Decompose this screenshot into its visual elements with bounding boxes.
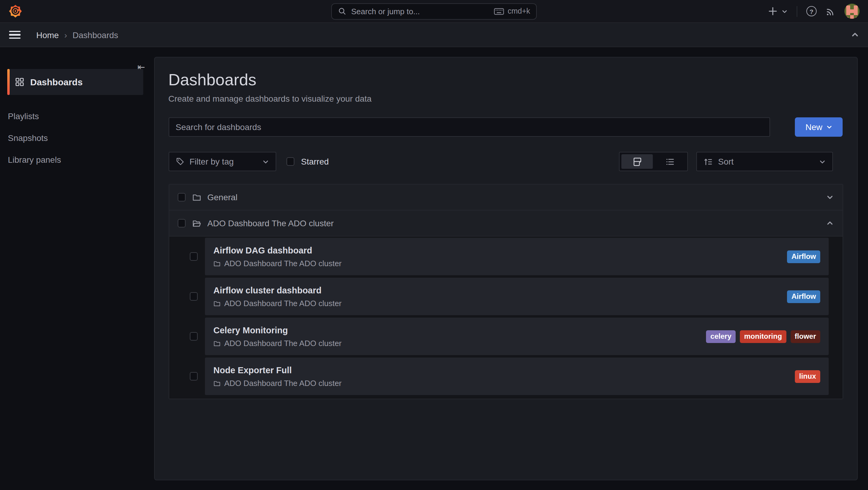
dashboard-tags: celerymonitoringflower — [706, 330, 820, 343]
chevron-down-icon — [262, 158, 269, 165]
top-bar: Search or jump to... cmd+k ? — [0, 0, 868, 22]
dashboard-tags: Airflow — [787, 290, 820, 303]
new-button[interactable]: New — [795, 117, 843, 137]
grafana-app: Search or jump to... cmd+k ? — [0, 0, 868, 490]
dashboards-page: Dashboards Create and manage dashboards … — [154, 57, 858, 480]
filter-by-tag-label: Filter by tag — [189, 157, 234, 166]
folder-checkbox[interactable] — [178, 193, 186, 201]
sort-icon — [704, 157, 713, 166]
page-title: Dashboards — [168, 69, 843, 90]
help-icon[interactable]: ? — [806, 6, 817, 16]
dashboard-card[interactable]: Celery MonitoringADO Dashboard The ADO c… — [205, 318, 829, 355]
dashboard-checkbox[interactable] — [189, 333, 198, 341]
sidebar-item-library-panels[interactable]: Library panels — [0, 149, 154, 171]
folder-name: ADO Dashboard The ADO cluster — [207, 219, 334, 228]
chevron-down-icon — [819, 158, 826, 165]
grafana-logo-icon[interactable] — [8, 4, 22, 18]
sidebar-item-dashboards[interactable]: Dashboards — [7, 69, 143, 95]
folder-view-button[interactable] — [621, 154, 653, 169]
sort-label: Sort — [718, 157, 734, 166]
menu-toggle-icon[interactable] — [9, 31, 21, 39]
dashboards-grid-icon — [15, 78, 24, 87]
dashboard-info: Celery MonitoringADO Dashboard The ADO c… — [213, 325, 706, 348]
dashboard-checkbox[interactable] — [189, 253, 198, 261]
new-quick-add-button[interactable] — [768, 6, 787, 16]
breadcrumb-separator: › — [64, 30, 67, 39]
news-rss-icon[interactable] — [826, 6, 835, 16]
dashboard-row: Airflow DAG dashboardADO Dashboard The A… — [169, 236, 842, 277]
tag-celery[interactable]: celery — [706, 330, 736, 343]
chevron-down-icon — [781, 8, 787, 14]
dashboard-title: Airflow cluster dashboard — [213, 285, 787, 296]
folder-name: General — [207, 192, 238, 202]
dashboard-card[interactable]: Airflow DAG dashboardADO Dashboard The A… — [205, 238, 829, 275]
global-search-input[interactable]: Search or jump to... cmd+k — [331, 3, 537, 19]
dashboard-tags: Airflow — [787, 250, 820, 263]
dashboard-folder-name: ADO Dashboard The ADO cluster — [224, 339, 342, 348]
folder-dashboards: Airflow DAG dashboardADO Dashboard The A… — [169, 236, 842, 399]
filter-by-tag-select[interactable]: Filter by tag — [168, 152, 276, 171]
dashboard-title: Airflow DAG dashboard — [213, 245, 787, 256]
user-avatar[interactable] — [844, 4, 860, 19]
view-mode-toggle — [619, 152, 688, 171]
dashboard-row: Airflow cluster dashboardADO Dashboard T… — [169, 277, 842, 316]
breadcrumb-bar: Home › Dashboards — [0, 22, 868, 47]
keyboard-icon — [494, 8, 504, 15]
dashboard-tags: linux — [795, 370, 820, 383]
sidebar-item-snapshots[interactable]: Snapshots — [0, 127, 154, 149]
dashboard-row: Node Exporter FullADO Dashboard The ADO … — [169, 356, 842, 396]
folder-icon — [213, 380, 221, 387]
dashboard-title: Celery Monitoring — [213, 325, 706, 336]
breadcrumb-current: Dashboards — [72, 30, 118, 39]
dashboard-folder-name: ADO Dashboard The ADO cluster — [224, 259, 342, 268]
folder-open-icon — [192, 219, 201, 228]
dashboard-info: Node Exporter FullADO Dashboard The ADO … — [213, 365, 795, 388]
dashboard-checkbox[interactable] — [189, 372, 198, 380]
divider — [797, 6, 797, 17]
tag-Airflow[interactable]: Airflow — [787, 250, 820, 263]
sort-select[interactable]: Sort — [696, 152, 833, 171]
dashboard-search-placeholder: Search for dashboards — [176, 122, 261, 132]
breadcrumb-home-link[interactable]: Home — [36, 30, 59, 39]
dashboard-folder-name: ADO Dashboard The ADO cluster — [224, 379, 342, 388]
breadcrumb: Home › Dashboards — [36, 30, 118, 39]
folder-icon — [213, 340, 221, 347]
folder-row[interactable]: ADO Dashboard The ADO cluster — [169, 210, 842, 236]
starred-label: Starred — [301, 157, 329, 166]
tag-Airflow[interactable]: Airflow — [787, 290, 820, 303]
keyboard-shortcut: cmd+k — [494, 7, 530, 16]
sidebar-item-playlists[interactable]: Playlists — [0, 105, 154, 127]
dashboard-search-input[interactable]: Search for dashboards — [168, 117, 770, 137]
dashboard-title: Node Exporter Full — [213, 365, 795, 376]
dashboard-row: Celery MonitoringADO Dashboard The ADO c… — [169, 316, 842, 356]
folder-icon — [192, 193, 201, 202]
dashboard-folder-list: GeneralADO Dashboard The ADO clusterAirf… — [168, 184, 843, 399]
starred-filter[interactable]: Starred — [286, 157, 329, 166]
section-nav-sidebar: ⇤ Dashboards Playlists Snapshots Library… — [0, 48, 154, 490]
dashboard-folder-name: ADO Dashboard The ADO cluster — [224, 299, 342, 308]
list-view-button[interactable] — [654, 154, 685, 169]
chevron-up-icon[interactable] — [826, 220, 833, 227]
page-subtitle: Create and manage dashboards to visualiz… — [168, 94, 843, 104]
search-icon — [338, 7, 346, 16]
tag-icon — [176, 157, 184, 166]
tag-monitoring[interactable]: monitoring — [740, 330, 786, 343]
tag-linux[interactable]: linux — [795, 370, 820, 383]
dashboard-checkbox[interactable] — [189, 292, 198, 301]
tag-flower[interactable]: flower — [790, 330, 820, 343]
chevron-up-icon[interactable] — [851, 31, 859, 39]
global-search-placeholder: Search or jump to... — [351, 7, 420, 16]
starred-checkbox[interactable] — [286, 157, 294, 166]
plus-icon — [768, 6, 778, 16]
folder-checkbox[interactable] — [178, 219, 186, 227]
folder-icon — [213, 260, 221, 267]
sidebar-active-label: Dashboards — [30, 77, 83, 87]
dashboard-info: Airflow DAG dashboardADO Dashboard The A… — [213, 245, 787, 268]
dashboard-card[interactable]: Node Exporter FullADO Dashboard The ADO … — [205, 357, 829, 395]
folder-row[interactable]: General — [169, 184, 842, 210]
sidebar-nav: Playlists Snapshots Library panels — [0, 105, 154, 171]
dashboard-info: Airflow cluster dashboardADO Dashboard T… — [213, 285, 787, 308]
folder-icon — [213, 300, 221, 307]
chevron-down-icon[interactable] — [826, 194, 833, 201]
dashboard-card[interactable]: Airflow cluster dashboardADO Dashboard T… — [205, 278, 829, 315]
